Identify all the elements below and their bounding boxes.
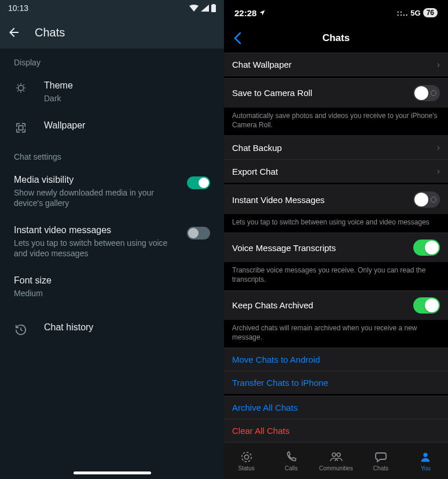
row-instant-video[interactable]: Instant video messages Lets you tap to s… (0, 216, 224, 267)
instant-video-text: Instant video messages Lets you tap to s… (14, 224, 171, 259)
chats-icon (373, 450, 388, 464)
theme-title: Theme (44, 80, 210, 92)
signal-icon (201, 5, 209, 12)
divider (0, 307, 224, 314)
instant-video-sub: Lets you tap to switch between using voi… (14, 238, 171, 259)
ios-body: Chat Wallpaper › Save to Camera Roll Aut… (224, 51, 448, 442)
keep-archived-footer: Archived chats will remain archived when… (224, 320, 448, 347)
row-move-android[interactable]: Move Chats to Android (224, 348, 448, 371)
save-camera-footer: Automatically save photos and videos you… (224, 108, 448, 134)
communities-icon (329, 450, 344, 464)
page-title: Chats (35, 26, 65, 39)
media-visibility-text: Media visibility Show newly downloaded m… (14, 174, 171, 208)
arrow-left-icon (7, 25, 21, 39)
instant-video-title: Instant video messages (14, 224, 171, 237)
you-icon (418, 450, 433, 464)
section-chat-settings: Chat settings (0, 143, 224, 166)
row-voice-transcripts[interactable]: Voice Message Transcripts (224, 233, 448, 262)
instant-video-toggle[interactable] (187, 227, 210, 240)
ios-nav: Chats (224, 25, 448, 51)
row-font-size[interactable]: Font size Medium (0, 267, 224, 307)
status-time: 10:13 (8, 3, 28, 13)
voice-transcripts-toggle[interactable] (413, 240, 440, 256)
back-button[interactable] (7, 25, 21, 39)
tab-calls-label: Calls (285, 465, 298, 471)
status-icon (239, 450, 254, 464)
tab-you-label: You (421, 465, 431, 471)
row-archive-all[interactable]: Archive All Chats (224, 396, 448, 419)
battery-pill: 76 (423, 8, 438, 17)
wallpaper-icon (14, 121, 28, 135)
row-chat-backup[interactable]: Chat Backup › (224, 135, 448, 159)
row-clear-all[interactable]: Clear All Chats (224, 419, 448, 442)
row-save-camera-roll[interactable]: Save to Camera Roll (224, 78, 448, 108)
font-size-title: Font size (14, 275, 210, 287)
row-theme[interactable]: Theme Dark (0, 72, 224, 112)
instant-video-toggle[interactable] (413, 191, 440, 208)
tab-you[interactable]: You (403, 443, 448, 479)
voice-transcripts-label: Voice Message Transcripts (232, 243, 407, 253)
battery-icon (211, 4, 216, 12)
svg-point-2 (18, 85, 23, 90)
chevron-left-icon (233, 32, 241, 45)
status-right: ::.. 5G 76 (396, 8, 438, 17)
font-size-text: Font size Medium (14, 275, 210, 299)
svg-rect-1 (212, 4, 215, 5)
row-wallpaper[interactable]: Wallpaper (0, 112, 224, 143)
row-keep-archived[interactable]: Keep Chats Archived (224, 290, 448, 320)
row-transfer-iphone[interactable]: Transfer Chats to iPhone (224, 371, 448, 394)
status-left: 22:28 (234, 8, 266, 18)
media-visibility-toggle[interactable] (187, 176, 210, 189)
theme-icon (14, 81, 28, 95)
chat-wallpaper-label: Chat Wallpaper (232, 60, 431, 69)
svg-point-4 (244, 455, 248, 459)
row-chat-history[interactable]: Chat history (0, 314, 224, 345)
chevron-right-icon: › (437, 142, 440, 153)
keep-archived-toggle[interactable] (413, 297, 440, 314)
save-camera-label: Save to Camera Roll (232, 88, 407, 98)
android-home-indicator (0, 460, 224, 479)
phone-icon (284, 450, 299, 464)
export-chat-label: Export Chat (232, 167, 431, 176)
location-icon (259, 9, 266, 16)
row-media-visibility[interactable]: Media visibility Show newly downloaded m… (0, 166, 224, 216)
tab-chats-label: Chats (373, 465, 388, 471)
tab-chats[interactable]: Chats (358, 443, 403, 479)
wifi-icon (189, 5, 199, 12)
media-visibility-title: Media visibility (14, 174, 171, 186)
svg-rect-0 (211, 5, 216, 12)
signal-icon: ::.. (396, 9, 408, 17)
svg-point-6 (332, 453, 336, 456)
move-android-label: Move Chats to Android (232, 355, 440, 364)
row-instant-video-messages[interactable]: Instant Video Messages (224, 185, 448, 214)
ios-status-bar: 22:28 ::.. 5G 76 (224, 0, 448, 25)
home-pill (74, 471, 151, 474)
voice-transcripts-footer: Transcribe voice messages you receive. O… (224, 262, 448, 289)
clear-all-label: Clear All Chats (232, 426, 440, 436)
section-display: Display (0, 49, 224, 72)
chat-history-text: Chat history (44, 322, 210, 334)
chevron-right-icon: › (437, 60, 440, 70)
row-wallpaper-text: Wallpaper (44, 120, 210, 132)
ios-tabbar: Status Calls Communities Chats You (224, 442, 448, 479)
tab-status[interactable]: Status (224, 443, 269, 479)
tab-status-label: Status (238, 465, 255, 471)
chat-history-title: Chat history (44, 322, 210, 334)
chat-backup-label: Chat Backup (232, 143, 431, 153)
android-header: Chats (0, 16, 224, 49)
tab-calls[interactable]: Calls (269, 443, 313, 479)
svg-point-7 (337, 453, 340, 456)
tab-communities-label: Communities (319, 465, 352, 471)
media-visibility-sub: Show newly downloaded media in your devi… (14, 187, 171, 208)
svg-rect-3 (19, 126, 23, 130)
back-button[interactable] (229, 30, 246, 47)
transfer-iphone-label: Transfer Chats to iPhone (232, 378, 440, 388)
archive-all-label: Archive All Chats (232, 403, 440, 412)
battery-value: 76 (427, 9, 434, 17)
ios-pane: 22:28 ::.. 5G 76 Chats Chat Wallpaper › … (224, 0, 448, 479)
row-export-chat[interactable]: Export Chat › (224, 159, 448, 183)
save-camera-toggle[interactable] (413, 85, 440, 101)
tab-communities[interactable]: Communities (314, 443, 358, 479)
row-chat-wallpaper[interactable]: Chat Wallpaper › (224, 53, 448, 76)
android-pane: 10:13 Chats Display Theme Dark Wallpaper… (0, 0, 224, 479)
